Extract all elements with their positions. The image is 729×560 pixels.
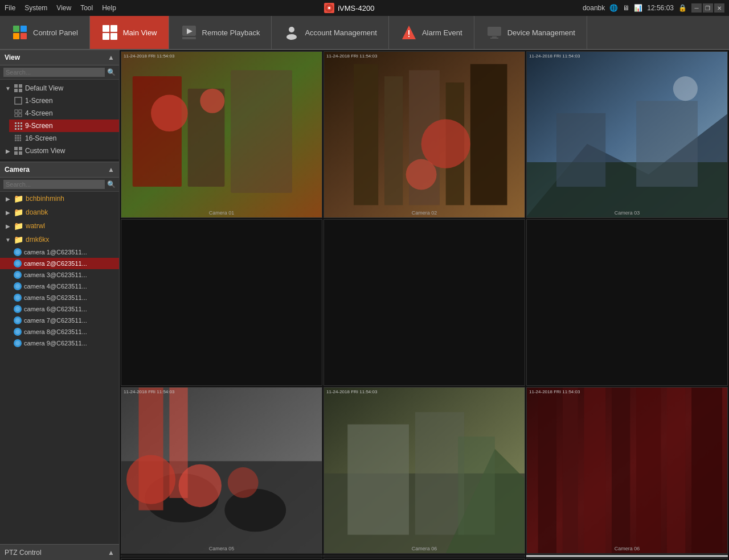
grid-cell-10[interactable] bbox=[121, 555, 322, 557]
svg-point-15 bbox=[286, 34, 297, 40]
tab-remote-playback[interactable]: Remote Playback bbox=[169, 16, 272, 49]
tab-account-management[interactable]: Account Management bbox=[272, 16, 388, 49]
view-search-btn[interactable]: 🔍 bbox=[107, 68, 116, 76]
grid-cell-11[interactable] bbox=[323, 555, 525, 557]
dmk6kx-label: dmk6kx bbox=[26, 236, 49, 244]
grid-cell-1[interactable]: 11-24-2018 FRI 11:54:03 Camera 01 bbox=[121, 51, 322, 218]
custom-view-icon bbox=[14, 146, 23, 155]
tab-remote-playback-label: Remote Playback bbox=[202, 28, 260, 37]
grid-cell-3[interactable]: 11-24-2018 FRI 11:54:03 Camera 03 bbox=[526, 51, 728, 218]
svg-rect-50 bbox=[18, 138, 19, 139]
expand-bchbinhminh-icon[interactable]: ▶ bbox=[5, 195, 11, 202]
grid-cell-6[interactable] bbox=[526, 219, 728, 386]
tab-device-management[interactable]: Device Management bbox=[474, 16, 587, 49]
view-header-title: View bbox=[5, 53, 20, 61]
camera-item-cam6[interactable]: camera 6@C623511... bbox=[0, 303, 119, 315]
expand-default-view-icon[interactable]: ▼ bbox=[5, 85, 11, 92]
camera-item-cam1[interactable]: camera 1@C623511... bbox=[0, 246, 119, 258]
watrwl-folder-icon: 📁 bbox=[14, 221, 23, 230]
monitor-icon: 🖥 bbox=[622, 4, 629, 12]
grid-cell-8[interactable]: 11-24-2018 FRI 11:54:03 Camera 06 bbox=[323, 387, 525, 554]
grid-cell-9[interactable]: 11-24-2018 FRI 11:54:03 Camera 06 bbox=[526, 387, 728, 554]
tree-1screen[interactable]: 1-Screen bbox=[9, 94, 119, 107]
clock: 12:56:03 bbox=[647, 4, 674, 12]
camera-item-cam9[interactable]: camera 9@C623511... bbox=[0, 337, 119, 349]
grid-cell-12[interactable] bbox=[526, 555, 728, 557]
camera-group-bchbinhminh[interactable]: ▶ 📁 bchbinhminh bbox=[0, 192, 119, 205]
tab-main-view[interactable]: Main View bbox=[90, 16, 169, 49]
camera-collapse-btn[interactable]: ▲ bbox=[108, 166, 114, 174]
svg-rect-46 bbox=[18, 137, 19, 138]
svg-rect-25 bbox=[19, 89, 22, 92]
tree-4screen[interactable]: 4-Screen bbox=[9, 107, 119, 120]
tree-custom-view[interactable]: ▶ Custom View bbox=[0, 145, 119, 157]
menu-tool[interactable]: Tool bbox=[80, 4, 93, 12]
camera-item-cam8[interactable]: camera 8@C623511... bbox=[0, 326, 119, 337]
camera-item-cam5[interactable]: camera 5@C623511... bbox=[0, 292, 119, 303]
minimize-btn[interactable]: ─ bbox=[691, 3, 702, 13]
camera-item-cam7[interactable]: camera 7@C623511... bbox=[0, 315, 119, 326]
menu-system[interactable]: System bbox=[24, 4, 47, 12]
view-collapse-btn[interactable]: ▲ bbox=[108, 53, 114, 61]
camera-search-input[interactable] bbox=[3, 180, 105, 189]
tree-16screen[interactable]: 16-Screen bbox=[9, 132, 119, 145]
expand-watrwl-icon[interactable]: ▶ bbox=[5, 223, 11, 229]
camera-item-cam2[interactable]: camera 2@C623511... bbox=[0, 258, 119, 269]
tab-control-panel[interactable]: Control Panel bbox=[0, 16, 90, 49]
svg-rect-99 bbox=[563, 388, 578, 553]
svg-rect-92 bbox=[347, 425, 409, 535]
svg-rect-41 bbox=[17, 135, 18, 136]
device-management-icon bbox=[486, 24, 503, 41]
svg-rect-72 bbox=[470, 64, 507, 205]
svg-rect-24 bbox=[14, 89, 18, 92]
camera-group-watrwl[interactable]: ▶ 📁 watrwl bbox=[0, 219, 119, 233]
view-search-input[interactable] bbox=[3, 68, 105, 77]
maximize-btn[interactable]: ❐ bbox=[703, 3, 713, 13]
svg-rect-4 bbox=[21, 26, 27, 32]
expand-doanbk-icon[interactable]: ▶ bbox=[5, 209, 11, 216]
camera-item-cam4[interactable]: camera 4@C623511... bbox=[0, 281, 119, 292]
close-btn[interactable]: ✕ bbox=[714, 3, 724, 13]
svg-rect-38 bbox=[18, 128, 19, 130]
16screen-icon bbox=[14, 134, 23, 143]
menu-file[interactable]: File bbox=[5, 4, 15, 12]
svg-point-74 bbox=[406, 159, 437, 190]
cell9-timestamp: 11-24-2018 FRI 11:54:03 bbox=[529, 389, 580, 394]
cam4-status-dot bbox=[14, 282, 22, 290]
tree-default-view[interactable]: ▼ Default View bbox=[0, 82, 119, 94]
expand-dmk6kx-icon[interactable]: ▼ bbox=[5, 236, 11, 243]
cell2-label: Camera 02 bbox=[412, 210, 437, 216]
cell8-timestamp: 11-24-2018 FRI 11:54:03 bbox=[326, 389, 377, 394]
tab-alarm-event[interactable]: Alarm Event bbox=[389, 16, 474, 49]
camera-search-btn[interactable]: 🔍 bbox=[107, 180, 116, 188]
16screen-label: 16-Screen bbox=[25, 134, 56, 142]
cam6-label: camera 6@C623511... bbox=[24, 306, 87, 312]
grid-cell-2[interactable]: 11-24-2018 FRI 11:54:03 Camera 02 bbox=[323, 51, 525, 218]
menu-view[interactable]: View bbox=[56, 4, 71, 12]
lock-icon: 🔒 bbox=[678, 4, 687, 12]
4screen-icon bbox=[14, 109, 23, 118]
cam1-status-dot bbox=[14, 248, 22, 256]
svg-rect-27 bbox=[15, 110, 18, 113]
doanbk-label: doanbk bbox=[26, 208, 48, 216]
expand-custom-view-icon[interactable]: ▶ bbox=[5, 147, 11, 154]
cell8-label: Camera 06 bbox=[412, 546, 437, 551]
camera-list: ▶ 📁 bchbinhminh ▶ 📁 doanbk ▶ 📁 watrwl ▼ … bbox=[0, 192, 119, 544]
grid-cell-4[interactable] bbox=[121, 219, 322, 386]
view-section: View ▲ 🔍 ▼ Default View bbox=[0, 50, 119, 159]
tab-main-view-label: Main View bbox=[123, 28, 157, 37]
ptz-collapse-btn[interactable]: ▲ bbox=[108, 549, 114, 557]
camera-item-cam3[interactable]: camera 3@C623511... bbox=[0, 269, 119, 281]
svg-rect-95 bbox=[458, 437, 495, 534]
camera-group-dmk6kx[interactable]: ▼ 📁 dmk6kx bbox=[0, 233, 119, 246]
svg-rect-3 bbox=[13, 26, 19, 32]
tab-device-management-label: Device Management bbox=[507, 28, 575, 37]
cam6-status-dot bbox=[14, 305, 22, 313]
grid-cell-7[interactable]: 11-24-2018 FRI 11:54:03 Camera 05 bbox=[121, 387, 322, 554]
tree-9screen[interactable]: 9-Screen bbox=[9, 120, 119, 132]
bchbinhminh-folder-icon: 📁 bbox=[14, 194, 23, 203]
menu-help[interactable]: Help bbox=[102, 4, 116, 12]
camera-group-doanbk[interactable]: ▶ 📁 doanbk bbox=[0, 205, 119, 219]
svg-rect-32 bbox=[18, 122, 19, 124]
grid-cell-5[interactable] bbox=[323, 219, 525, 386]
